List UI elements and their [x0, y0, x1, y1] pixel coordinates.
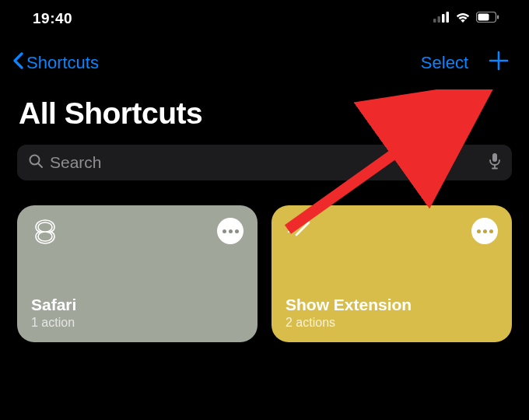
battery-icon	[476, 12, 499, 26]
svg-line-14	[293, 221, 295, 224]
back-button[interactable]: Shortcuts	[12, 52, 421, 74]
add-button[interactable]	[487, 50, 510, 76]
back-label: Shortcuts	[26, 53, 99, 73]
shortcut-card-show-extension[interactable]: Show Extension 2 actions	[272, 205, 512, 342]
navigation-bar: Shortcuts Select	[0, 34, 529, 82]
more-button[interactable]	[471, 218, 498, 244]
wifi-icon	[455, 12, 471, 26]
page-title: All Shortcuts	[0, 82, 529, 142]
microphone-icon[interactable]	[489, 152, 501, 173]
shortcuts-icon	[31, 218, 59, 249]
svg-rect-6	[497, 15, 499, 19]
status-indicators	[433, 12, 499, 26]
shortcut-title: Show Extension	[286, 296, 498, 314]
more-button[interactable]	[217, 218, 243, 244]
svg-rect-3	[447, 12, 450, 23]
svg-rect-2	[442, 14, 445, 23]
shortcut-subtitle: 1 action	[31, 316, 243, 330]
shortcut-title: Safari	[31, 296, 243, 314]
status-bar: 19:40	[0, 0, 529, 34]
svg-line-12	[296, 222, 309, 235]
search-icon	[28, 153, 44, 172]
status-time: 19:40	[33, 10, 72, 27]
search-placeholder: Search	[50, 153, 482, 172]
plus-icon	[489, 51, 509, 71]
shortcut-card-safari[interactable]: Safari 1 action	[17, 205, 257, 342]
svg-rect-9	[492, 153, 497, 162]
chevron-left-icon	[12, 52, 23, 74]
svg-rect-0	[433, 19, 436, 23]
svg-line-8	[38, 163, 42, 167]
wand-sparkle-icon	[286, 218, 314, 249]
select-button[interactable]: Select	[421, 53, 468, 73]
svg-rect-1	[438, 16, 441, 23]
shortcuts-grid: Safari 1 action Show Extension 2 actions	[0, 180, 529, 342]
svg-rect-5	[478, 13, 489, 20]
shortcut-subtitle: 2 actions	[286, 316, 498, 330]
cellular-icon	[433, 12, 450, 26]
svg-line-16	[289, 230, 292, 232]
search-bar[interactable]: Search	[17, 145, 512, 180]
